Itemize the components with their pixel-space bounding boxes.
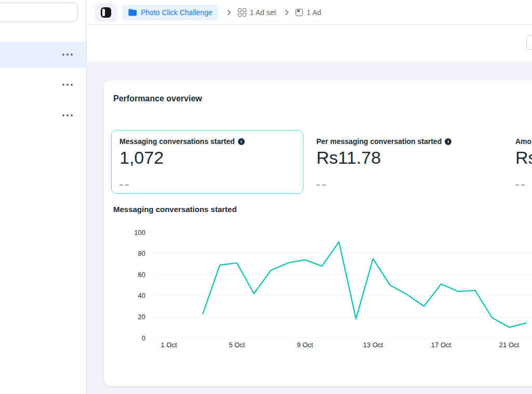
trend-dashes-icon: [316, 185, 492, 186]
info-icon[interactable]: i: [238, 138, 245, 145]
svg-text:80: 80: [138, 249, 145, 257]
adset-label: 1 Ad set: [250, 8, 276, 17]
breadcrumb-adset[interactable]: 1 Ad set: [238, 8, 276, 17]
left-sidebar: [0, 0, 86, 394]
ad-icon: [296, 9, 303, 16]
folder-icon: [128, 8, 137, 17]
svg-text:17 Oct: 17 Oct: [431, 341, 451, 349]
metric-label: Amo: [515, 137, 531, 146]
info-icon[interactable]: i: [445, 138, 451, 145]
metric-value: Rs11.78: [316, 148, 492, 168]
adset-icon: [238, 8, 246, 17]
collapse-panel-button[interactable]: [95, 3, 117, 22]
sidebar-row-1[interactable]: [0, 42, 86, 68]
trend-dashes-icon: [515, 185, 532, 186]
ads-manager-page: Photo Click Challenge 1 Ad set 1 Ad Perf…: [0, 0, 532, 394]
more-options-icon[interactable]: [62, 114, 73, 116]
card-title: Performance overview: [113, 94, 202, 103]
metric-value: 1,072: [119, 148, 295, 168]
metric-label: Per messaging conversation started: [316, 137, 442, 146]
metric-value: Rs: [515, 148, 532, 168]
svg-text:0: 0: [142, 334, 145, 342]
sidebar-row-2[interactable]: [0, 72, 86, 98]
svg-text:20: 20: [138, 313, 145, 321]
campaign-name: Photo Click Challenge: [141, 8, 212, 17]
trend-dashes-icon: [119, 185, 295, 186]
chevron-right-icon: [283, 9, 289, 15]
more-options-icon[interactable]: [62, 54, 73, 56]
messaging-conversations-line-chart: 0204060801001 Oct5 Oct9 Oct13 Oct17 Oct2…: [125, 227, 532, 357]
sidebar-search-input[interactable]: [0, 3, 78, 22]
metric-label: Messaging conversations started: [119, 137, 235, 146]
metric-card-amount-spent[interactable]: Amo Rs: [507, 130, 532, 194]
svg-text:60: 60: [138, 271, 145, 279]
sidebar-toggle-icon: [101, 7, 111, 18]
more-options-icon[interactable]: [62, 84, 73, 86]
metric-card-messaging-conversations[interactable]: Messaging conversations started i 1,072: [111, 130, 303, 194]
metric-card-per-conversation-cost[interactable]: Per messaging conversation started i Rs1…: [308, 130, 500, 194]
breadcrumb-bar: Photo Click Challenge 1 Ad set 1 Ad: [87, 0, 532, 25]
svg-text:5 Oct: 5 Oct: [229, 341, 245, 349]
svg-text:13 Oct: 13 Oct: [363, 341, 383, 349]
chevron-right-icon: [225, 9, 231, 15]
ad-label: 1 Ad: [307, 8, 321, 17]
svg-text:9 Oct: 9 Oct: [297, 341, 313, 349]
svg-text:100: 100: [134, 229, 145, 237]
performance-overview-card: Performance overview Messaging conversat…: [104, 81, 532, 386]
chart-title: Messaging conversations started: [113, 205, 237, 214]
sidebar-row-3[interactable]: [0, 102, 86, 128]
svg-text:40: 40: [138, 292, 145, 299]
svg-text:21 Oct: 21 Oct: [499, 341, 520, 349]
breadcrumb-campaign[interactable]: Photo Click Challenge: [122, 5, 218, 20]
svg-text:1 Oct: 1 Oct: [161, 341, 177, 349]
breadcrumb-ad[interactable]: 1 Ad: [296, 8, 321, 17]
partial-toolbar-button[interactable]: [526, 35, 532, 50]
